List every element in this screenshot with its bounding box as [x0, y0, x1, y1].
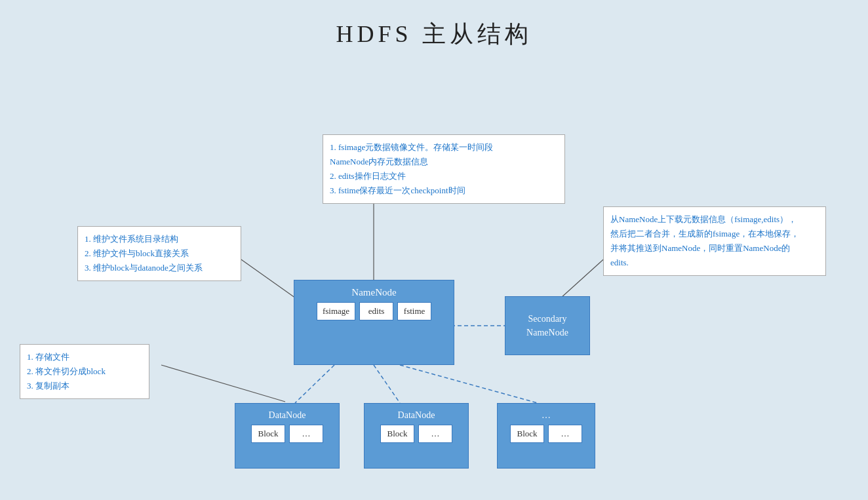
datanode-2-label: DataNode [365, 404, 468, 425]
datanode-2-box: DataNode Block … [364, 403, 469, 469]
page-title: HDFS 主从结构 [0, 0, 868, 64]
datanode-1-label: DataNode [235, 404, 339, 425]
datanode-2-dots: … [418, 425, 452, 443]
datanode-1-dots: … [289, 425, 323, 443]
edits-box: edits [359, 302, 393, 320]
datanode-1-box: DataNode Block … [235, 403, 340, 469]
secondary-namenode-label: SecondaryNameNode [526, 312, 568, 339]
namenode-label: NameNode [294, 280, 454, 302]
annotation-namenode-dir: 1. 维护文件系统目录结构 2. 维护文件与block直接关系 3. 维护blo… [77, 226, 241, 281]
datanode-3-block: Block [510, 425, 544, 443]
secondary-namenode-box: SecondaryNameNode [505, 296, 590, 355]
svg-line-3 [161, 365, 285, 402]
annotation-secondary: 从NameNode上下载元数据信息（fsimage,edits）， 然后把二者合… [603, 206, 826, 276]
annotation-datanode-desc: 1. 存储文件 2. 将文件切分成block 3. 复制副本 [20, 344, 149, 399]
datanode-3-box: … Block … [497, 403, 595, 469]
datanode-3-dots: … [548, 425, 582, 443]
svg-line-4 [295, 365, 334, 403]
fstime-box: fstime [397, 302, 431, 320]
annotation-namenode-meta: 1. fsimage元数据镜像文件。存储某一时间段 NameNode内存元数据信… [323, 134, 565, 204]
svg-line-5 [374, 365, 400, 403]
datanode-2-block: Block [380, 425, 414, 443]
namenode-box: NameNode fsimage edits fstime [294, 280, 454, 365]
datanode-1-block: Block [251, 425, 285, 443]
datanode-3-label: … [498, 404, 595, 425]
svg-line-2 [561, 255, 608, 298]
svg-line-6 [400, 365, 538, 403]
fsimage-box: fsimage [317, 302, 355, 320]
